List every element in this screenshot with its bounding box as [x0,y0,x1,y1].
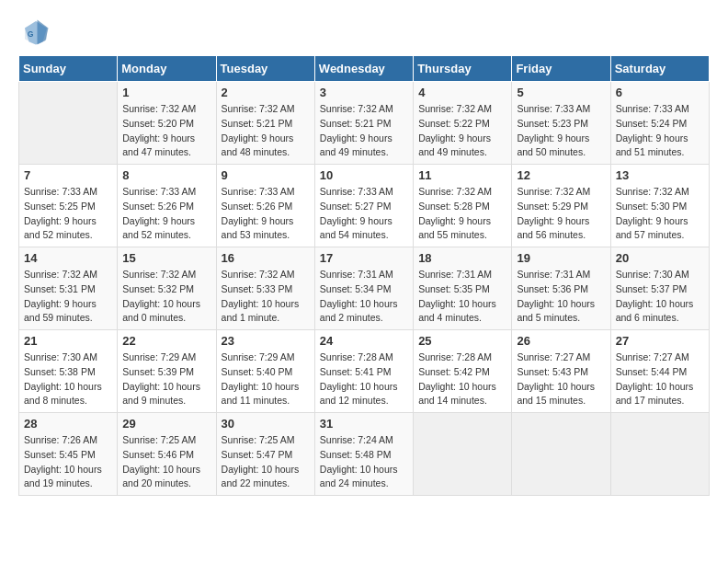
day-info: Sunrise: 7:25 AMSunset: 5:47 PMDaylight:… [222,433,310,491]
day-info: Sunrise: 7:27 AMSunset: 5:43 PMDaylight:… [517,350,605,408]
weekday-header-friday: Friday [512,56,610,82]
day-info: Sunrise: 7:25 AMSunset: 5:46 PMDaylight:… [122,433,210,491]
calendar-header: SundayMondayTuesdayWednesdayThursdayFrid… [19,56,710,82]
day-info: Sunrise: 7:29 AMSunset: 5:39 PMDaylight:… [122,350,210,408]
day-info: Sunrise: 7:31 AMSunset: 5:35 PMDaylight:… [418,268,506,326]
day-number: 16 [222,251,310,265]
day-number: 10 [320,168,408,182]
week-row-5: 28Sunrise: 7:26 AMSunset: 5:45 PMDayligh… [19,413,710,496]
calendar-cell: 22Sunrise: 7:29 AMSunset: 5:39 PMDayligh… [118,330,216,413]
day-info: Sunrise: 7:32 AMSunset: 5:20 PMDaylight:… [122,102,210,160]
calendar-cell: 29Sunrise: 7:25 AMSunset: 5:46 PMDayligh… [118,413,216,496]
calendar-cell: 1Sunrise: 7:32 AMSunset: 5:20 PMDaylight… [118,82,216,165]
day-number: 24 [320,334,408,348]
calendar-cell: 26Sunrise: 7:27 AMSunset: 5:43 PMDayligh… [512,330,610,413]
weekday-header-monday: Monday [118,56,216,82]
day-number: 20 [616,251,704,265]
weekday-header-tuesday: Tuesday [216,56,314,82]
calendar-cell: 16Sunrise: 7:32 AMSunset: 5:33 PMDayligh… [216,247,314,330]
day-number: 6 [616,86,704,99]
calendar-cell: 11Sunrise: 7:32 AMSunset: 5:28 PMDayligh… [414,165,512,247]
calendar-cell: 9Sunrise: 7:33 AMSunset: 5:26 PMDaylight… [216,165,314,247]
day-number: 18 [418,251,506,265]
day-info: Sunrise: 7:32 AMSunset: 5:30 PMDaylight:… [616,185,704,243]
day-info: Sunrise: 7:31 AMSunset: 5:34 PMDaylight:… [320,268,408,326]
day-info: Sunrise: 7:27 AMSunset: 5:44 PMDaylight:… [616,350,704,408]
day-number: 7 [24,168,112,182]
svg-text:G: G [28,30,33,39]
day-info: Sunrise: 7:30 AMSunset: 5:37 PMDaylight:… [616,268,704,326]
calendar-cell: 14Sunrise: 7:32 AMSunset: 5:31 PMDayligh… [19,247,118,330]
calendar-cell: 17Sunrise: 7:31 AMSunset: 5:34 PMDayligh… [314,247,413,330]
page-header: G [18,18,710,46]
calendar-body: 1Sunrise: 7:32 AMSunset: 5:20 PMDaylight… [19,82,710,496]
calendar-cell: 19Sunrise: 7:31 AMSunset: 5:36 PMDayligh… [512,247,610,330]
day-number: 29 [122,417,210,431]
day-number: 1 [122,86,210,99]
day-number: 25 [418,334,506,348]
calendar-cell: 8Sunrise: 7:33 AMSunset: 5:26 PMDaylight… [118,165,216,247]
day-number: 4 [418,86,506,99]
day-number: 15 [122,251,210,265]
calendar-cell: 5Sunrise: 7:33 AMSunset: 5:23 PMDaylight… [512,82,610,165]
calendar-cell: 4Sunrise: 7:32 AMSunset: 5:22 PMDaylight… [414,82,512,165]
day-number: 14 [24,251,112,265]
day-number: 30 [222,417,310,431]
day-number: 22 [122,334,210,348]
weekday-header-wednesday: Wednesday [314,56,413,82]
day-info: Sunrise: 7:30 AMSunset: 5:38 PMDaylight:… [24,350,112,408]
day-info: Sunrise: 7:33 AMSunset: 5:25 PMDaylight:… [24,185,112,243]
calendar-cell: 2Sunrise: 7:32 AMSunset: 5:21 PMDaylight… [216,82,314,165]
weekday-header-thursday: Thursday [414,56,512,82]
calendar-cell: 30Sunrise: 7:25 AMSunset: 5:47 PMDayligh… [216,413,314,496]
day-number: 19 [517,251,605,265]
calendar-cell: 24Sunrise: 7:28 AMSunset: 5:41 PMDayligh… [314,330,413,413]
day-number: 11 [418,168,506,182]
calendar-cell [414,413,512,496]
week-row-2: 7Sunrise: 7:33 AMSunset: 5:25 PMDaylight… [19,165,710,247]
calendar-cell: 27Sunrise: 7:27 AMSunset: 5:44 PMDayligh… [610,330,709,413]
calendar-cell: 6Sunrise: 7:33 AMSunset: 5:24 PMDaylight… [610,82,709,165]
day-number: 8 [122,168,210,182]
calendar-cell: 18Sunrise: 7:31 AMSunset: 5:35 PMDayligh… [414,247,512,330]
day-info: Sunrise: 7:32 AMSunset: 5:32 PMDaylight:… [122,268,210,326]
day-info: Sunrise: 7:28 AMSunset: 5:42 PMDaylight:… [418,350,506,408]
day-number: 27 [616,334,704,348]
day-number: 28 [24,417,112,431]
day-number: 3 [320,86,408,99]
day-info: Sunrise: 7:31 AMSunset: 5:36 PMDaylight:… [517,268,605,326]
day-number: 21 [24,334,112,348]
calendar-cell: 3Sunrise: 7:32 AMSunset: 5:21 PMDaylight… [314,82,413,165]
day-info: Sunrise: 7:32 AMSunset: 5:21 PMDaylight:… [320,102,408,160]
calendar-cell: 23Sunrise: 7:29 AMSunset: 5:40 PMDayligh… [216,330,314,413]
logo-icon: G [22,18,50,46]
week-row-3: 14Sunrise: 7:32 AMSunset: 5:31 PMDayligh… [19,247,710,330]
calendar-cell [610,413,709,496]
calendar-cell: 20Sunrise: 7:30 AMSunset: 5:37 PMDayligh… [610,247,709,330]
calendar-cell: 7Sunrise: 7:33 AMSunset: 5:25 PMDaylight… [19,165,118,247]
day-info: Sunrise: 7:33 AMSunset: 5:23 PMDaylight:… [517,102,605,160]
calendar-cell: 21Sunrise: 7:30 AMSunset: 5:38 PMDayligh… [19,330,118,413]
day-info: Sunrise: 7:33 AMSunset: 5:27 PMDaylight:… [320,185,408,243]
day-info: Sunrise: 7:32 AMSunset: 5:31 PMDaylight:… [24,268,112,326]
calendar-cell [19,82,118,165]
day-info: Sunrise: 7:32 AMSunset: 5:33 PMDaylight:… [222,268,310,326]
logo: G [18,18,51,46]
day-info: Sunrise: 7:26 AMSunset: 5:45 PMDaylight:… [24,433,112,491]
day-number: 23 [222,334,310,348]
day-info: Sunrise: 7:33 AMSunset: 5:26 PMDaylight:… [222,185,310,243]
calendar-cell: 15Sunrise: 7:32 AMSunset: 5:32 PMDayligh… [118,247,216,330]
day-number: 31 [320,417,408,431]
day-info: Sunrise: 7:32 AMSunset: 5:22 PMDaylight:… [418,102,506,160]
calendar-cell [512,413,610,496]
calendar-cell: 12Sunrise: 7:32 AMSunset: 5:29 PMDayligh… [512,165,610,247]
day-number: 17 [320,251,408,265]
weekday-header-sunday: Sunday [19,56,118,82]
calendar-cell: 28Sunrise: 7:26 AMSunset: 5:45 PMDayligh… [19,413,118,496]
day-info: Sunrise: 7:28 AMSunset: 5:41 PMDaylight:… [320,350,408,408]
day-info: Sunrise: 7:32 AMSunset: 5:21 PMDaylight:… [222,102,310,160]
day-info: Sunrise: 7:33 AMSunset: 5:26 PMDaylight:… [122,185,210,243]
day-number: 2 [222,86,310,99]
day-number: 26 [517,334,605,348]
day-number: 12 [517,168,605,182]
